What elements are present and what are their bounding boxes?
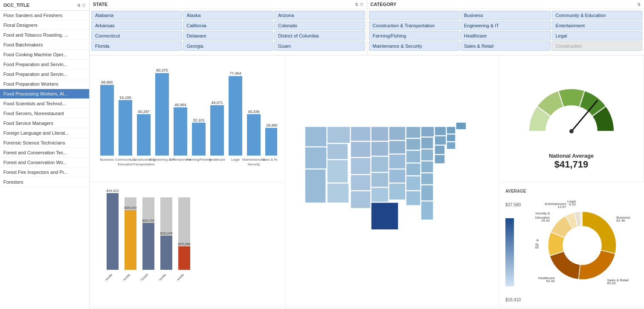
category-filter-item[interactable]: Maintenance & Security	[369, 41, 460, 51]
bar	[155, 73, 169, 156]
national-avg-label: National Average	[549, 153, 594, 159]
state-ma[interactable]	[447, 134, 455, 142]
state-mo[interactable]	[389, 154, 406, 169]
svg-text:49,071: 49,071	[211, 101, 223, 105]
state-ar[interactable]	[389, 169, 406, 183]
list-item[interactable]: Food Service Managers	[0, 118, 89, 128]
list-item[interactable]: Food Scientists and Technol...	[0, 99, 89, 109]
list-item[interactable]: Food Preparation and Servin...	[0, 69, 89, 79]
category-filter-item[interactable]: Entertainment	[552, 21, 643, 30]
state-filter-item[interactable]: California	[183, 21, 274, 30]
state-de-md[interactable]	[435, 155, 445, 164]
state-filter-item[interactable]: Florida	[91, 41, 182, 51]
category-filter-item[interactable]: Sales & Retail	[460, 41, 551, 51]
state-mi[interactable]	[406, 127, 421, 138]
list-item[interactable]: Forest Fire Inspectors and Pr...	[0, 167, 89, 177]
state-filter-item[interactable]: Alaska	[183, 11, 274, 20]
svg-point-23	[569, 129, 574, 133]
state-ok[interactable]	[371, 188, 389, 202]
state-filter-item[interactable]: Arkansas	[91, 21, 182, 30]
list-item[interactable]: Food Processing Workers, Al...	[0, 89, 89, 99]
list-item[interactable]: Forensic Science Technicians	[0, 138, 89, 148]
svg-text:$35,020: $35,020	[125, 206, 137, 210]
state-id[interactable]	[327, 144, 348, 159]
category-filter-item[interactable]: Engineering & IT	[460, 21, 551, 30]
map-cell	[286, 55, 499, 309]
state-ga[interactable]	[421, 185, 433, 201]
state-la[interactable]	[389, 183, 406, 200]
state-al[interactable]	[406, 191, 421, 205]
state-wv[interactable]	[421, 137, 433, 149]
category-filter-item[interactable]: Construction & Transportation	[369, 21, 460, 30]
list-item[interactable]: Floor Sanders and Finishers	[0, 11, 89, 20]
state-ks[interactable]	[371, 173, 389, 187]
svg-text:8.20: 8.20	[569, 202, 576, 206]
state-co[interactable]	[351, 175, 371, 191]
state-nm[interactable]	[351, 191, 371, 208]
state-az[interactable]	[327, 183, 349, 203]
list-item[interactable]: Foresters	[0, 177, 89, 187]
svg-text:52.40: 52.40	[546, 279, 555, 283]
category-filter-icons: ⇅	[637, 2, 641, 7]
sort-icon[interactable]: ⇅	[77, 3, 81, 8]
state-wa[interactable]	[305, 127, 327, 147]
state-sd[interactable]	[351, 142, 371, 157]
state-nv[interactable]	[327, 160, 348, 183]
category-filter-item[interactable]: Farming/Fishing	[369, 31, 460, 40]
state-filter-item[interactable]: Connecticut	[91, 31, 182, 40]
category-filter-item[interactable]: Business	[460, 11, 551, 20]
list-item[interactable]: Food Preparation and Servin...	[0, 60, 89, 69]
state-me[interactable]	[456, 122, 466, 130]
state-filter-item[interactable]: Georgia	[183, 41, 274, 51]
state-filter-item[interactable]: Guam	[274, 41, 365, 51]
list-item[interactable]: Forest and Conservation Wo...	[0, 158, 89, 167]
state-ct-ri[interactable]	[447, 142, 455, 149]
state-filter-item[interactable]: Delaware	[183, 31, 274, 40]
state-filter-item[interactable]: District of Columbia	[274, 31, 365, 40]
list-item[interactable]: Food Servers, Nonrestaurant	[0, 109, 89, 118]
state-wy[interactable]	[351, 158, 371, 174]
state-ia[interactable]	[371, 142, 389, 156]
state-il[interactable]	[389, 141, 406, 154]
state-filter-item[interactable]: Alabama	[91, 11, 182, 20]
category-filter-item[interactable]: Construction	[552, 41, 643, 51]
category-filter-item[interactable]: Healthcare	[460, 31, 551, 40]
state-or[interactable]	[305, 147, 327, 169]
state-mt[interactable]	[327, 127, 350, 143]
state-wi[interactable]	[389, 127, 406, 140]
state-nc[interactable]	[421, 161, 433, 173]
state-vt-nh[interactable]	[447, 127, 455, 134]
state-oh[interactable]	[421, 127, 434, 137]
list-item[interactable]: Food Cooking Machine Oper...	[0, 50, 89, 60]
state-filter-item[interactable]: Colorado	[274, 21, 365, 30]
state-ky[interactable]	[406, 150, 421, 163]
state-fl[interactable]	[421, 201, 433, 220]
state-tx[interactable]	[371, 202, 398, 230]
state-sc[interactable]	[421, 173, 433, 185]
list-item[interactable]: Food Batchmakers	[0, 40, 89, 50]
state-filter-item[interactable]: Arizona	[274, 11, 365, 20]
state-in[interactable]	[406, 139, 421, 150]
state-nd[interactable]	[351, 127, 371, 141]
state-tn[interactable]	[406, 163, 421, 176]
state-pa[interactable]	[435, 127, 446, 136]
state-mn[interactable]	[371, 127, 389, 141]
category-sort-icon[interactable]: ⇅	[637, 2, 641, 7]
list-item[interactable]: Foreign Language and Literat...	[0, 128, 89, 138]
state-ms[interactable]	[406, 176, 421, 191]
state-ny[interactable]	[435, 136, 446, 145]
state-ne[interactable]	[371, 156, 389, 172]
list-item[interactable]: Floral Designers	[0, 20, 89, 30]
state-filter-icon[interactable]: ▽	[360, 2, 363, 7]
state-va[interactable]	[421, 149, 433, 161]
category-filter-item[interactable]: Legal	[552, 31, 643, 40]
list-item[interactable]: Forest and Conservation Tec...	[0, 148, 89, 158]
state-ca[interactable]	[305, 169, 326, 203]
state-sort-icon[interactable]: ⇅	[355, 2, 358, 7]
state-nj[interactable]	[435, 145, 445, 154]
list-item[interactable]: Food Preparation Workers	[0, 79, 89, 89]
list-item[interactable]: Food and Tobacco Roasting, ...	[0, 30, 89, 40]
filter-icon[interactable]: ▽	[82, 3, 86, 8]
category-filter-item[interactable]: Community & Education	[552, 11, 643, 20]
category-filter-item[interactable]	[369, 11, 460, 20]
